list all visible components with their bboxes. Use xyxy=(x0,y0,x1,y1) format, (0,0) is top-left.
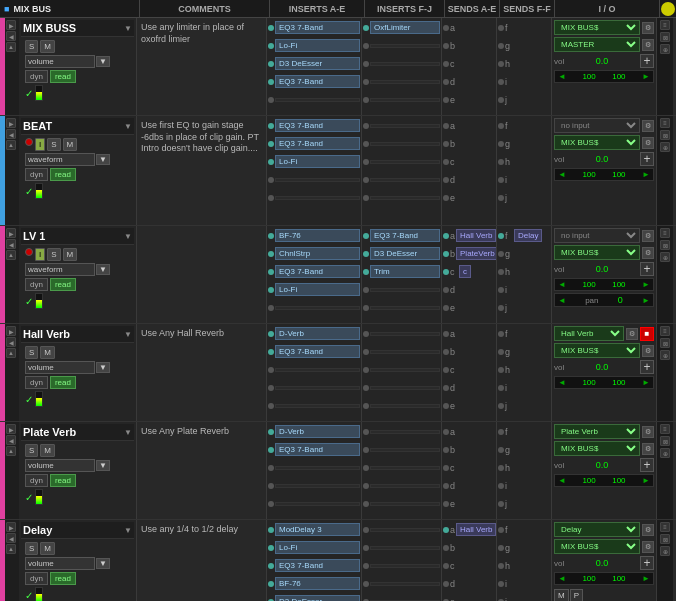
insert-plugin-button[interactable]: Trim xyxy=(370,265,440,278)
insert-plugin-button[interactable] xyxy=(275,368,360,372)
track-right-icon[interactable]: ⊕ xyxy=(660,448,670,458)
track-io-output2-dropdown[interactable]: MIX BUS$ xyxy=(554,245,640,260)
track-io-output2-dropdown[interactable]: MIX BUS$ xyxy=(554,441,640,456)
track-input-button[interactable]: I xyxy=(35,248,45,261)
insert-plugin-button[interactable] xyxy=(275,306,360,310)
insert-plugin-button[interactable]: EQ3 7-Band xyxy=(275,75,360,88)
track-dyn-button[interactable]: dyn xyxy=(25,474,48,487)
insert-plugin-button[interactable]: D3 DeEsser xyxy=(275,57,360,70)
io-settings-icon[interactable]: ⚙ xyxy=(642,230,654,242)
track-solo-button[interactable]: S xyxy=(25,40,38,53)
insert-plugin-button[interactable]: D3 DeEsser xyxy=(275,595,360,601)
track-dyn-button[interactable]: dyn xyxy=(25,168,48,181)
io-add-button[interactable]: + xyxy=(640,360,654,374)
insert-plugin-button[interactable] xyxy=(370,80,440,84)
insert-plugin-button[interactable] xyxy=(275,386,360,390)
insert-plugin-button[interactable] xyxy=(370,306,440,310)
track-read-button[interactable]: read xyxy=(50,70,76,83)
track-io-output1-dropdown[interactable]: Hall Verb xyxy=(554,326,624,341)
track-io-output2-dropdown[interactable]: MIX BUS$ xyxy=(554,539,640,554)
track-volume-dropdown[interactable]: volume xyxy=(25,557,95,570)
track-pan-fader[interactable]: ◄pan0► xyxy=(554,293,654,307)
track-io-output2-dropdown[interactable]: MIX BUS$ xyxy=(554,135,640,150)
track-input-button[interactable]: I xyxy=(35,138,45,151)
io-settings2-icon[interactable]: ⚙ xyxy=(642,247,654,259)
track-solo-button[interactable]: S xyxy=(25,346,38,359)
track-right-icon[interactable]: ⊕ xyxy=(660,252,670,262)
track-right-icon[interactable]: ⊠ xyxy=(660,32,670,42)
io-add-button[interactable]: + xyxy=(640,54,654,68)
track-right-icon[interactable]: ≡ xyxy=(660,522,670,532)
track-fader[interactable]: ◄100100► xyxy=(554,474,654,487)
insert-plugin-button[interactable]: D3 DeEsser xyxy=(370,247,440,260)
track-volume-dropdown[interactable]: waveform xyxy=(25,153,95,166)
send-plugin-button[interactable]: Hall Verb xyxy=(456,229,496,242)
send-plugin-button[interactable]: c xyxy=(459,265,471,278)
track-solo-button[interactable]: S xyxy=(25,444,38,457)
insert-plugin-button[interactable]: D-Verb xyxy=(275,425,360,438)
insert-plugin-button[interactable]: EQ3 7-Band xyxy=(370,229,440,242)
track-expand-button[interactable]: ▼ xyxy=(124,526,132,535)
track-io-output1-dropdown[interactable]: MIX BUS$ xyxy=(554,20,640,35)
track-read-button[interactable]: read xyxy=(50,572,76,585)
insert-plugin-button[interactable]: OxfLimiter xyxy=(370,21,440,34)
track-right-icon[interactable]: ⊠ xyxy=(660,436,670,446)
insert-plugin-button[interactable] xyxy=(275,466,360,470)
io-settings-icon[interactable]: ⚙ xyxy=(642,524,654,536)
track-side-icon[interactable]: ▲ xyxy=(6,544,16,554)
track-volume-dropdown[interactable]: volume xyxy=(25,55,95,68)
send-plugin-button[interactable]: PlateVerb xyxy=(456,247,497,260)
track-side-icon[interactable]: ▶ xyxy=(6,522,16,532)
track-right-icon[interactable]: ≡ xyxy=(660,118,670,128)
track-side-icon[interactable]: ◀ xyxy=(6,337,16,347)
insert-plugin-button[interactable] xyxy=(275,484,360,488)
track-dyn-button[interactable]: dyn xyxy=(25,278,48,291)
insert-plugin-button[interactable]: EQ3 7-Band xyxy=(275,119,360,132)
track-expand-button[interactable]: ▼ xyxy=(124,232,132,241)
track-expand-button[interactable]: ▼ xyxy=(124,24,132,33)
track-record-button[interactable] xyxy=(25,248,33,256)
track-right-icon[interactable]: ⊕ xyxy=(660,142,670,152)
insert-plugin-button[interactable] xyxy=(275,404,360,408)
insert-plugin-button[interactable] xyxy=(275,502,360,506)
insert-plugin-button[interactable] xyxy=(370,466,440,470)
insert-plugin-button[interactable] xyxy=(275,178,360,182)
track-side-icon[interactable]: ▲ xyxy=(6,348,16,358)
insert-plugin-button[interactable]: Lo-Fi xyxy=(275,39,360,52)
track-expand-button[interactable]: ▼ xyxy=(124,122,132,131)
track-side-icon[interactable]: ▲ xyxy=(6,250,16,260)
insert-plugin-button[interactable] xyxy=(370,368,440,372)
insert-plugin-button[interactable] xyxy=(370,288,440,292)
track-mute-button[interactable]: M xyxy=(40,346,55,359)
track-volume-dropdown[interactable]: volume xyxy=(25,459,95,472)
track-side-icon[interactable]: ◀ xyxy=(6,239,16,249)
insert-plugin-button[interactable] xyxy=(370,582,440,586)
insert-plugin-button[interactable] xyxy=(370,98,440,102)
track-side-icon[interactable]: ▶ xyxy=(6,424,16,434)
insert-plugin-button[interactable] xyxy=(370,404,440,408)
insert-plugin-button[interactable]: EQ3 7-Band xyxy=(275,137,360,150)
track-io-output2-dropdown[interactable]: MIX BUS$ xyxy=(554,343,640,358)
track-volume-arrow[interactable]: ▼ xyxy=(96,558,110,569)
track-read-button[interactable]: read xyxy=(50,168,76,181)
track-right-icon[interactable]: ≡ xyxy=(660,424,670,434)
track-mute-button[interactable]: M xyxy=(40,542,55,555)
insert-plugin-button[interactable]: EQ3 7-Band xyxy=(275,559,360,572)
track-m-button[interactable]: M xyxy=(554,589,569,601)
insert-plugin-button[interactable] xyxy=(275,196,360,200)
track-right-icon[interactable]: ≡ xyxy=(660,228,670,238)
track-mute-button[interactable]: M xyxy=(63,248,78,261)
track-io-output1-dropdown[interactable]: Plate Verb xyxy=(554,424,640,439)
track-volume-dropdown[interactable]: volume xyxy=(25,361,95,374)
insert-plugin-button[interactable] xyxy=(370,528,440,532)
track-p-button[interactable]: P xyxy=(570,589,583,601)
track-solo-button[interactable]: S xyxy=(47,248,60,261)
track-right-icon[interactable]: ⊕ xyxy=(660,44,670,54)
track-fader[interactable]: ◄100100► xyxy=(554,376,654,389)
insert-plugin-button[interactable]: Lo-Fi xyxy=(275,541,360,554)
insert-plugin-button[interactable] xyxy=(370,448,440,452)
insert-plugin-button[interactable] xyxy=(370,430,440,434)
track-dyn-button[interactable]: dyn xyxy=(25,376,48,389)
track-side-icon[interactable]: ◀ xyxy=(6,31,16,41)
insert-plugin-button[interactable] xyxy=(275,98,360,102)
